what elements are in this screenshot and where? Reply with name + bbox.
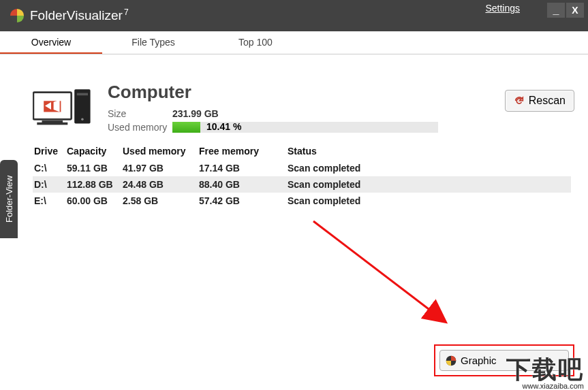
refresh-icon — [514, 95, 525, 106]
cell-used: 24.48 GB — [123, 179, 199, 190]
table-row[interactable]: E:\60.00 GB2.58 GB57.42 GBScan completed — [33, 193, 571, 209]
used-memory-label: Used memory — [108, 122, 172, 133]
cell-free: 88.40 GB — [199, 179, 288, 190]
cell-drive: E:\ — [34, 195, 67, 206]
settings-link[interactable]: Settings — [485, 3, 520, 14]
close-button[interactable]: X — [566, 3, 584, 18]
drive-table-body: C:\59.11 GB41.97 GB17.14 GBScan complete… — [33, 160, 571, 209]
cell-used: 2.58 GB — [123, 195, 199, 206]
col-capacity: Capacity — [67, 146, 123, 157]
svg-point-7 — [81, 118, 84, 121]
computer-icon — [33, 88, 94, 129]
graphic-label: Graphic — [461, 355, 497, 366]
col-free: Free memory — [199, 146, 288, 157]
main-panel: Computer Size 231.99 GB Used memory 10.4… — [33, 82, 571, 373]
cell-drive: C:\ — [34, 163, 67, 174]
cell-capacity: 112.88 GB — [67, 179, 123, 190]
cell-status: Scan completed — [288, 179, 570, 190]
rescan-label: Rescan — [529, 95, 566, 107]
size-value: 231.99 GB — [172, 108, 219, 119]
tab-filetypes[interactable]: File Types — [102, 31, 204, 54]
app-logo-icon — [10, 8, 25, 23]
cell-capacity: 59.11 GB — [67, 163, 123, 174]
rescan-button[interactable]: Rescan — [505, 90, 574, 112]
svg-rect-6 — [77, 93, 88, 96]
svg-rect-3 — [37, 123, 67, 125]
tab-bar: Overview File Types Top 100 — [0, 31, 588, 54]
table-row[interactable]: C:\59.11 GB41.97 GB17.14 GBScan complete… — [33, 160, 571, 176]
cell-status: Scan completed — [288, 163, 570, 174]
cell-free: 57.42 GB — [199, 195, 288, 206]
cell-capacity: 60.00 GB — [67, 195, 123, 206]
minimize-button[interactable]: _ — [547, 3, 565, 18]
cell-used: 41.97 GB — [123, 163, 199, 174]
cell-free: 17.14 GB — [199, 163, 288, 174]
titlebar: FolderVisualizer7 Settings _ X — [0, 0, 588, 31]
used-memory-percent: 10.41 % — [206, 121, 241, 132]
cell-status: Scan completed — [288, 195, 570, 206]
watermark: 下载吧 www.xiazaiba.com — [506, 357, 584, 390]
app-title: FolderVisualizer7 — [30, 7, 129, 23]
folder-view-tab[interactable]: Folder-View — [0, 160, 18, 238]
pie-icon — [446, 355, 457, 366]
page-title: Computer — [108, 82, 571, 103]
drive-table-header: Drive Capacity Used memory Free memory S… — [33, 142, 571, 160]
col-used: Used memory — [123, 146, 199, 157]
used-memory-bar: 10.41 % — [172, 122, 438, 133]
size-label: Size — [108, 108, 172, 119]
col-drive: Drive — [34, 146, 67, 157]
tab-top100[interactable]: Top 100 — [204, 31, 307, 54]
col-status: Status — [288, 146, 570, 157]
table-row[interactable]: D:\112.88 GB24.48 GB88.40 GBScan complet… — [33, 176, 571, 193]
tab-overview[interactable]: Overview — [0, 31, 102, 54]
cell-drive: D:\ — [34, 179, 67, 190]
